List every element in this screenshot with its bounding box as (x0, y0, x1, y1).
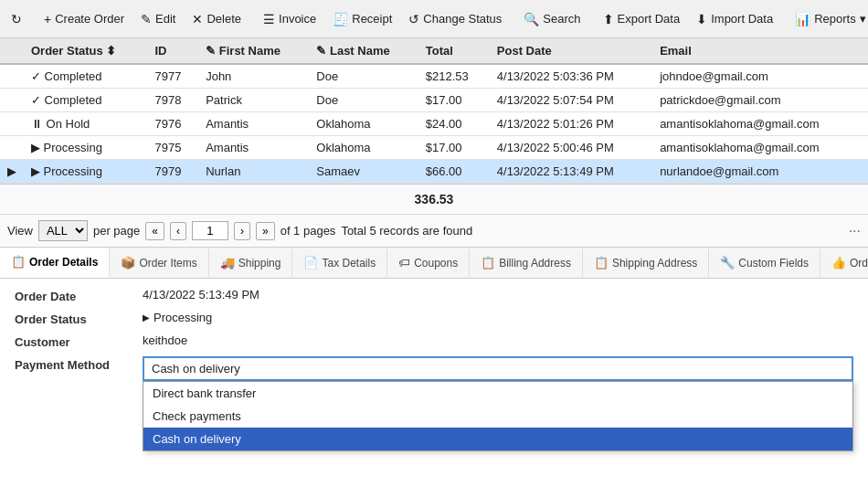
tab-shipping-address[interactable]: 📋 Shipping Address (583, 248, 709, 277)
row-status: ✓ Completed (24, 64, 148, 89)
detail-tabs: 📋 Order Details 📦 Order Items 🚚 Shipping… (0, 248, 868, 279)
change-status-button[interactable]: ↺ Change Status (401, 8, 509, 30)
per-page-label: per page (93, 224, 140, 238)
per-page-select[interactable]: ALL 10 25 50 (38, 220, 88, 241)
create-order-button[interactable]: + Create Order (37, 8, 132, 30)
toolbar: ↻ + Create Order ✎ Edit ✕ Delete ☰ Invoi… (0, 0, 868, 38)
detail-panel: Order Date 4/13/2022 5:13:49 PM Order St… (0, 279, 868, 397)
change-status-label: Change Status (423, 12, 502, 26)
table-row[interactable]: ▶ ▶ Processing 7979 Nurlan Samaev $66.00… (0, 160, 868, 184)
records-found: Total 5 records are found (341, 224, 472, 238)
edit-button[interactable]: ✎ Edit (133, 8, 183, 30)
row-id: 7976 (148, 112, 199, 136)
reports-label: Reports (814, 12, 856, 26)
row-expand-arrow (0, 112, 24, 136)
table-row[interactable]: ✓ Completed 7978 Patrick Doe $17.00 4/13… (0, 89, 868, 112)
import-button[interactable]: ⬇ Import Data (689, 8, 780, 30)
payment-option-bank[interactable]: Direct bank transfer (143, 382, 852, 405)
export-button[interactable]: ⬆ Export Data (596, 8, 688, 30)
row-email: patrickdoe@gmail.com (652, 89, 868, 112)
search-button[interactable]: 🔍 Search (516, 8, 587, 30)
col-total[interactable]: Total (418, 38, 490, 64)
receipt-icon: 🧾 (333, 12, 348, 26)
tab-shipping[interactable]: 🚚 Shipping (209, 248, 293, 277)
tab-order-items-label: Order Items (139, 257, 196, 270)
row-total: $24.00 (418, 112, 490, 136)
custom-fields-icon: 🔧 (720, 256, 735, 270)
col-postdate[interactable]: Post Date (490, 38, 652, 64)
order-date-label: Order Date (15, 288, 143, 303)
export-label: Export Data (618, 12, 681, 26)
tab-billing-address[interactable]: 📋 Billing Address (470, 248, 583, 277)
orders-table-area: Order Status ⬍ ID ✎ First Name ✎ Last Na… (0, 38, 868, 185)
order-notes-icon: 👍 (831, 256, 846, 270)
next-page-button[interactable]: › (234, 222, 250, 240)
payment-method-dropdown[interactable]: Cash on delivery Direct bank transfer Ch… (143, 356, 853, 381)
total-row: 336.53 (0, 185, 868, 215)
row-date: 4/13/2022 5:03:36 PM (490, 64, 652, 89)
payment-method-input[interactable]: Cash on delivery (143, 356, 853, 381)
row-expand-arrow (0, 89, 24, 112)
receipt-label: Receipt (352, 12, 392, 26)
tab-coupons[interactable]: 🏷 Coupons (387, 248, 470, 277)
total-amount: 336.53 (415, 192, 454, 206)
tab-shipping-address-label: Shipping Address (612, 257, 697, 270)
coupons-icon: 🏷 (398, 256, 410, 270)
prev-page-button[interactable]: ‹ (170, 222, 186, 240)
reports-button[interactable]: 📊 Reports ▾ (788, 8, 868, 30)
payment-method-label: Payment Method (15, 356, 143, 372)
tab-order-details[interactable]: 📋 Order Details (0, 248, 110, 278)
row-date: 4/13/2022 5:00:46 PM (490, 136, 652, 160)
delete-label: Delete (206, 12, 241, 26)
row-last: Oklahoma (309, 112, 418, 136)
tab-tax-details[interactable]: 📄 Tax Details (292, 248, 387, 277)
row-expand-arrow (0, 64, 24, 89)
tab-order-items[interactable]: 📦 Order Items (110, 248, 208, 277)
row-email: amantisoklahoma@gmail.com (652, 112, 868, 136)
customer-value: keithdoe (143, 333, 853, 347)
more-options-icon[interactable]: ··· (849, 223, 861, 239)
col-lastname[interactable]: ✎ Last Name (309, 38, 418, 64)
col-firstname[interactable]: ✎ First Name (198, 38, 309, 64)
col-id[interactable]: ID (148, 38, 199, 64)
row-total: $66.00 (418, 160, 490, 184)
table-row[interactable]: ⏸ On Hold 7976 Amantis Oklahoma $24.00 4… (0, 112, 868, 136)
tab-shipping-label: Shipping (238, 257, 281, 270)
payment-method-row: Payment Method Cash on delivery Direct b… (15, 356, 853, 381)
payment-option-check[interactable]: Check payments (143, 405, 852, 428)
order-status-label: Order Status (15, 311, 143, 326)
row-email: nurlandoe@gmail.com (652, 160, 868, 184)
payment-option-cod[interactable]: Cash on delivery (143, 428, 852, 450)
orders-table: Order Status ⬍ ID ✎ First Name ✎ Last Na… (0, 38, 868, 184)
tab-custom-fields[interactable]: 🔧 Custom Fields (709, 248, 820, 277)
customer-label: Customer (15, 333, 143, 349)
table-row[interactable]: ▶ Processing 7975 Amantis Oklahoma $17.0… (0, 136, 868, 160)
row-first: John (198, 64, 309, 89)
order-status-row: Order Status ▶ Processing (15, 311, 853, 326)
tab-custom-fields-label: Custom Fields (738, 257, 809, 270)
edit-icon: ✎ (141, 12, 152, 26)
last-page-button[interactable]: » (256, 222, 275, 240)
page-number-input[interactable] (192, 221, 228, 240)
receipt-button[interactable]: 🧾 Receipt (325, 8, 399, 30)
invoice-button[interactable]: ☰ Invoice (256, 8, 323, 30)
tab-order-notes[interactable]: 👍 Order Notes (820, 248, 868, 277)
col-status[interactable]: Order Status ⬍ (24, 38, 148, 64)
plus-icon: + (44, 12, 51, 26)
tab-order-notes-label: Order Notes (850, 257, 868, 270)
row-last: Samaev (309, 160, 418, 184)
create-order-label: Create Order (55, 12, 124, 26)
refresh-icon: ↻ (11, 12, 22, 26)
first-page-button[interactable]: « (145, 222, 164, 240)
refresh-button[interactable]: ↻ (4, 8, 29, 30)
row-id: 7978 (148, 89, 199, 112)
table-row[interactable]: ✓ Completed 7977 John Doe $212.53 4/13/2… (0, 64, 868, 89)
sort-icon: ⬍ (106, 44, 116, 58)
tab-tax-label: Tax Details (322, 257, 376, 270)
customer-row: Customer keithdoe (15, 333, 853, 349)
delete-button[interactable]: ✕ Delete (185, 8, 249, 30)
row-last: Doe (309, 64, 418, 89)
col-email[interactable]: Email (652, 38, 868, 64)
change-status-icon: ↺ (408, 12, 419, 26)
delete-icon: ✕ (192, 12, 203, 26)
